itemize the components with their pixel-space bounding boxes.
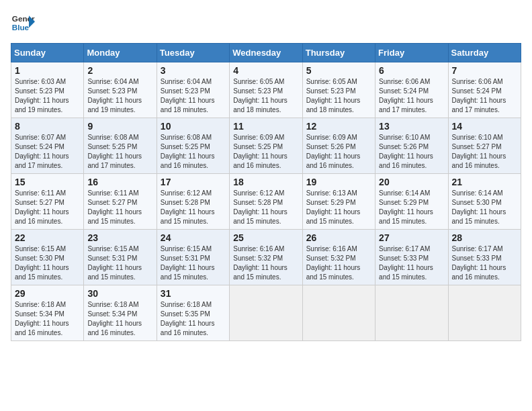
day-number: 15	[15, 177, 80, 187]
day-info: Sunrise: 6:05 AM Sunset: 5:23 PM Dayligh…	[306, 77, 371, 115]
day-number: 14	[452, 121, 517, 132]
day-info: Sunrise: 6:17 AM Sunset: 5:33 PM Dayligh…	[379, 244, 444, 282]
calendar-cell	[375, 285, 448, 341]
day-header-wednesday: Wednesday	[230, 44, 302, 62]
day-number: 23	[87, 232, 152, 243]
day-number: 12	[306, 121, 371, 132]
calendar-cell: 7Sunrise: 6:06 AM Sunset: 5:24 PM Daylig…	[448, 62, 521, 118]
day-number: 10	[161, 121, 226, 132]
logo-icon: General Blue	[11, 11, 35, 35]
day-number: 13	[379, 121, 444, 132]
day-number: 3	[161, 65, 226, 76]
day-number: 28	[452, 232, 517, 243]
day-number: 29	[15, 288, 80, 299]
calendar-cell: 8Sunrise: 6:07 AM Sunset: 5:24 PM Daylig…	[11, 118, 84, 174]
calendar-cell: 14Sunrise: 6:10 AM Sunset: 5:27 PM Dayli…	[448, 118, 521, 174]
calendar-cell: 1Sunrise: 6:03 AM Sunset: 5:23 PM Daylig…	[11, 62, 84, 118]
calendar-cell: 27Sunrise: 6:17 AM Sunset: 5:33 PM Dayli…	[375, 230, 448, 285]
day-header-tuesday: Tuesday	[157, 44, 229, 62]
calendar-cell: 30Sunrise: 6:18 AM Sunset: 5:34 PM Dayli…	[84, 285, 157, 341]
day-number: 1	[15, 65, 80, 76]
day-info: Sunrise: 6:15 AM Sunset: 5:30 PM Dayligh…	[15, 244, 80, 282]
calendar-cell: 25Sunrise: 6:16 AM Sunset: 5:32 PM Dayli…	[230, 230, 302, 285]
day-number: 20	[379, 177, 444, 187]
day-number: 8	[15, 121, 80, 132]
calendar-cell: 26Sunrise: 6:16 AM Sunset: 5:32 PM Dayli…	[302, 230, 375, 285]
day-info: Sunrise: 6:12 AM Sunset: 5:28 PM Dayligh…	[161, 189, 226, 226]
day-info: Sunrise: 6:09 AM Sunset: 5:25 PM Dayligh…	[233, 133, 298, 171]
day-number: 31	[161, 288, 226, 299]
day-info: Sunrise: 6:08 AM Sunset: 5:25 PM Dayligh…	[161, 133, 226, 171]
day-number: 25	[233, 232, 298, 243]
day-number: 22	[15, 232, 80, 243]
calendar-cell	[230, 285, 302, 341]
day-number: 24	[161, 232, 226, 243]
calendar-cell: 12Sunrise: 6:09 AM Sunset: 5:26 PM Dayli…	[302, 118, 375, 174]
day-info: Sunrise: 6:14 AM Sunset: 5:29 PM Dayligh…	[379, 189, 444, 226]
day-info: Sunrise: 6:05 AM Sunset: 5:23 PM Dayligh…	[233, 77, 298, 115]
day-header-sunday: Sunday	[11, 44, 84, 62]
day-number: 18	[233, 177, 298, 187]
day-info: Sunrise: 6:16 AM Sunset: 5:32 PM Dayligh…	[233, 244, 298, 282]
day-number: 19	[306, 177, 371, 187]
day-number: 26	[306, 232, 371, 243]
day-info: Sunrise: 6:03 AM Sunset: 5:23 PM Dayligh…	[15, 77, 80, 115]
calendar-cell: 29Sunrise: 6:18 AM Sunset: 5:34 PM Dayli…	[11, 285, 84, 341]
day-number: 4	[233, 65, 298, 76]
day-info: Sunrise: 6:10 AM Sunset: 5:27 PM Dayligh…	[452, 133, 517, 171]
calendar-cell: 18Sunrise: 6:12 AM Sunset: 5:28 PM Dayli…	[230, 174, 302, 230]
calendar-cell: 21Sunrise: 6:14 AM Sunset: 5:30 PM Dayli…	[448, 174, 521, 230]
day-header-saturday: Saturday	[448, 44, 521, 62]
day-info: Sunrise: 6:17 AM Sunset: 5:33 PM Dayligh…	[452, 244, 517, 282]
calendar-cell	[448, 285, 521, 341]
day-number: 7	[452, 65, 517, 76]
day-info: Sunrise: 6:04 AM Sunset: 5:23 PM Dayligh…	[161, 77, 226, 115]
day-number: 21	[452, 177, 517, 187]
day-info: Sunrise: 6:11 AM Sunset: 5:27 PM Dayligh…	[87, 189, 152, 226]
day-number: 6	[379, 65, 444, 76]
day-info: Sunrise: 6:18 AM Sunset: 5:34 PM Dayligh…	[87, 300, 152, 338]
week-row-4: 29Sunrise: 6:18 AM Sunset: 5:34 PM Dayli…	[11, 285, 521, 341]
calendar-cell: 9Sunrise: 6:08 AM Sunset: 5:25 PM Daylig…	[84, 118, 157, 174]
day-info: Sunrise: 6:09 AM Sunset: 5:26 PM Dayligh…	[306, 133, 371, 171]
calendar-cell: 15Sunrise: 6:11 AM Sunset: 5:27 PM Dayli…	[11, 174, 84, 230]
header: General Blue	[11, 11, 521, 35]
calendar-cell: 31Sunrise: 6:18 AM Sunset: 5:35 PM Dayli…	[157, 285, 229, 341]
week-row-1: 8Sunrise: 6:07 AM Sunset: 5:24 PM Daylig…	[11, 118, 521, 174]
calendar-cell: 3Sunrise: 6:04 AM Sunset: 5:23 PM Daylig…	[157, 62, 229, 118]
calendar-cell: 24Sunrise: 6:15 AM Sunset: 5:31 PM Dayli…	[157, 230, 229, 285]
day-number: 9	[87, 121, 152, 132]
calendar-cell: 22Sunrise: 6:15 AM Sunset: 5:30 PM Dayli…	[11, 230, 84, 285]
day-number: 2	[87, 65, 152, 76]
day-info: Sunrise: 6:12 AM Sunset: 5:28 PM Dayligh…	[233, 189, 298, 226]
calendar-cell: 4Sunrise: 6:05 AM Sunset: 5:23 PM Daylig…	[230, 62, 302, 118]
day-info: Sunrise: 6:11 AM Sunset: 5:27 PM Dayligh…	[15, 189, 80, 226]
calendar-cell: 28Sunrise: 6:17 AM Sunset: 5:33 PM Dayli…	[448, 230, 521, 285]
calendar-cell: 10Sunrise: 6:08 AM Sunset: 5:25 PM Dayli…	[157, 118, 229, 174]
day-number: 30	[87, 288, 152, 299]
calendar-cell	[302, 285, 375, 341]
day-info: Sunrise: 6:07 AM Sunset: 5:24 PM Dayligh…	[15, 133, 80, 171]
day-number: 5	[306, 65, 371, 76]
day-info: Sunrise: 6:18 AM Sunset: 5:35 PM Dayligh…	[161, 300, 226, 338]
day-header-thursday: Thursday	[302, 44, 375, 62]
calendar-cell: 13Sunrise: 6:10 AM Sunset: 5:26 PM Dayli…	[375, 118, 448, 174]
day-info: Sunrise: 6:08 AM Sunset: 5:25 PM Dayligh…	[87, 133, 152, 171]
day-info: Sunrise: 6:14 AM Sunset: 5:30 PM Dayligh…	[452, 189, 517, 226]
calendar-cell: 2Sunrise: 6:04 AM Sunset: 5:23 PM Daylig…	[84, 62, 157, 118]
day-info: Sunrise: 6:15 AM Sunset: 5:31 PM Dayligh…	[87, 244, 152, 282]
calendar-cell: 6Sunrise: 6:06 AM Sunset: 5:24 PM Daylig…	[375, 62, 448, 118]
calendar-cell: 11Sunrise: 6:09 AM Sunset: 5:25 PM Dayli…	[230, 118, 302, 174]
day-number: 27	[379, 232, 444, 243]
day-info: Sunrise: 6:15 AM Sunset: 5:31 PM Dayligh…	[161, 244, 226, 282]
day-header-monday: Monday	[84, 44, 157, 62]
day-number: 11	[233, 121, 298, 132]
day-info: Sunrise: 6:13 AM Sunset: 5:29 PM Dayligh…	[306, 189, 371, 226]
day-header-friday: Friday	[375, 44, 448, 62]
day-number: 16	[87, 177, 152, 187]
day-info: Sunrise: 6:10 AM Sunset: 5:26 PM Dayligh…	[379, 133, 444, 171]
day-info: Sunrise: 6:04 AM Sunset: 5:23 PM Dayligh…	[87, 77, 152, 115]
day-info: Sunrise: 6:16 AM Sunset: 5:32 PM Dayligh…	[306, 244, 371, 282]
calendar-cell: 23Sunrise: 6:15 AM Sunset: 5:31 PM Dayli…	[84, 230, 157, 285]
week-row-0: 1Sunrise: 6:03 AM Sunset: 5:23 PM Daylig…	[11, 62, 521, 118]
